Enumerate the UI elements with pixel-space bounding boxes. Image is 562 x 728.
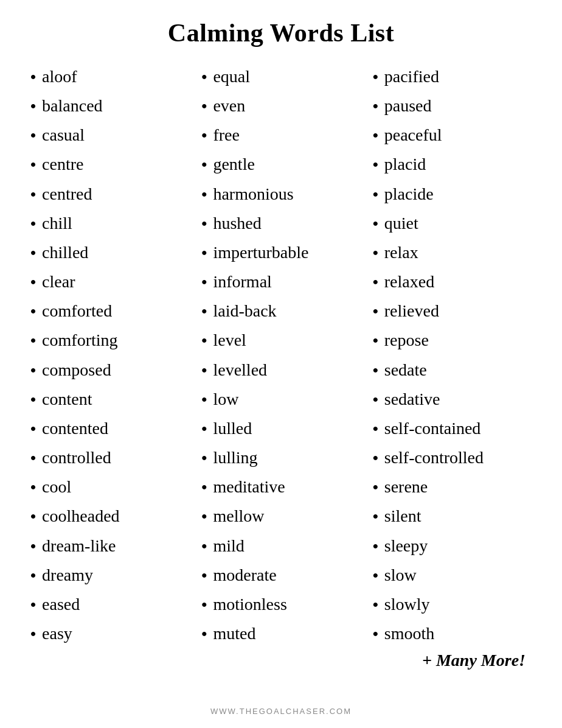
list-item: placide xyxy=(373,180,532,209)
list-item: smooth xyxy=(373,619,532,648)
list-item: level xyxy=(201,326,360,355)
word-list-2: equalevenfreegentleharmonioushushedimper… xyxy=(201,62,360,648)
list-item: controlled xyxy=(30,443,189,472)
word-list-1: aloofbalancedcasualcentrecentredchillchi… xyxy=(30,62,189,648)
list-item: casual xyxy=(30,121,189,150)
more-label: + Many More! xyxy=(373,651,532,670)
list-item: laid-back xyxy=(201,296,360,326)
list-item: harmonious xyxy=(201,180,360,209)
list-item: coolheaded xyxy=(30,502,189,531)
list-item: quiet xyxy=(373,209,532,238)
word-column-1: aloofbalancedcasualcentrecentredchillchi… xyxy=(24,62,195,648)
list-item: self-controlled xyxy=(373,443,532,472)
list-item: hushed xyxy=(201,209,360,238)
word-columns: aloofbalancedcasualcentrecentredchillchi… xyxy=(24,62,538,670)
list-item: placid xyxy=(373,150,532,179)
footer-text: WWW.THEGOALCHASER.COM xyxy=(210,697,352,716)
list-item: gentle xyxy=(201,150,360,179)
list-item: comforting xyxy=(30,326,189,355)
list-item: mild xyxy=(201,531,360,561)
list-item: eased xyxy=(30,590,189,619)
list-item: mellow xyxy=(201,502,360,531)
word-column-3: pacifiedpausedpeacefulplacidplacidequiet… xyxy=(367,62,538,670)
list-item: serene xyxy=(373,472,532,502)
list-item: muted xyxy=(201,619,360,648)
list-item: sedate xyxy=(373,355,532,385)
list-item: clear xyxy=(30,267,189,296)
list-item: silent xyxy=(373,502,532,531)
list-item: peaceful xyxy=(373,121,532,150)
list-item: aloof xyxy=(30,62,189,91)
list-item: easy xyxy=(30,619,189,648)
list-item: levelled xyxy=(201,355,360,385)
list-item: chill xyxy=(30,209,189,238)
list-item: meditative xyxy=(201,472,360,502)
list-item: even xyxy=(201,91,360,121)
list-item: low xyxy=(201,385,360,414)
word-list-3: pacifiedpausedpeacefulplacidplacidequiet… xyxy=(373,62,532,648)
list-item: self-contained xyxy=(373,414,532,443)
list-item: lulled xyxy=(201,414,360,443)
list-item: moderate xyxy=(201,561,360,590)
list-item: comforted xyxy=(30,296,189,326)
list-item: chilled xyxy=(30,238,189,267)
list-item: slowly xyxy=(373,590,532,619)
page-title: Calming Words List xyxy=(168,18,394,47)
list-item: balanced xyxy=(30,91,189,121)
list-item: sleepy xyxy=(373,531,532,561)
list-item: informal xyxy=(201,267,360,296)
list-item: relax xyxy=(373,238,532,267)
list-item: dream-like xyxy=(30,531,189,561)
list-item: content xyxy=(30,385,189,414)
list-item: paused xyxy=(373,91,532,121)
list-item: relieved xyxy=(373,296,532,326)
list-item: imperturbable xyxy=(201,238,360,267)
list-item: repose xyxy=(373,326,532,355)
list-item: slow xyxy=(373,561,532,590)
word-column-2: equalevenfreegentleharmonioushushedimper… xyxy=(195,62,366,648)
list-item: lulling xyxy=(201,443,360,472)
list-item: motionless xyxy=(201,590,360,619)
list-item: centred xyxy=(30,180,189,209)
list-item: contented xyxy=(30,414,189,443)
list-item: free xyxy=(201,121,360,150)
list-item: equal xyxy=(201,62,360,91)
list-item: sedative xyxy=(373,385,532,414)
list-item: pacified xyxy=(373,62,532,91)
list-item: dreamy xyxy=(30,561,189,590)
list-item: composed xyxy=(30,355,189,385)
list-item: relaxed xyxy=(373,267,532,296)
list-item: cool xyxy=(30,472,189,502)
list-item: centre xyxy=(30,150,189,179)
